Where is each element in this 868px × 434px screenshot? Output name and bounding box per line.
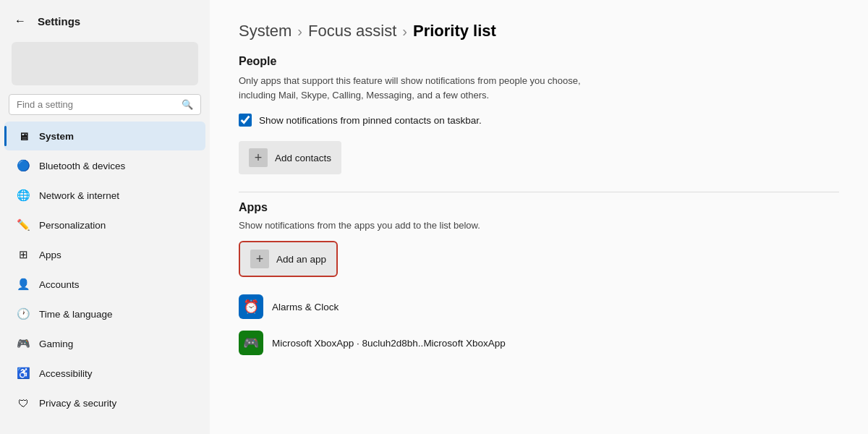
app-row-0: ⏰ Alarms & Clock — [239, 289, 839, 325]
sidebar-item-label-system: System — [39, 131, 74, 142]
time-icon: 🕐 — [16, 307, 30, 321]
sidebar-item-label-time: Time & language — [39, 309, 113, 320]
sidebar-item-accounts[interactable]: 👤 Accounts — [4, 270, 205, 299]
add-contacts-label: Add contacts — [275, 153, 331, 163]
nav-list: 🖥 System 🔵 Bluetooth & devices 🌐 Network… — [0, 121, 210, 418]
sidebar-title: Settings — [38, 15, 80, 27]
app-name-1: Microsoft XboxApp · 8ucluh2d8bh..Microso… — [272, 338, 506, 349]
checkbox-row: Show notifications from pinned contacts … — [239, 114, 839, 127]
breadcrumb: System › Focus assist › Priority list — [239, 22, 839, 41]
sidebar-header: ← Settings — [0, 0, 210, 36]
gaming-icon: 🎮 — [16, 336, 30, 351]
add-app-button[interactable]: + Add an app — [239, 241, 338, 277]
sidebar-item-gaming[interactable]: 🎮 Gaming — [4, 329, 205, 358]
apps-section-title: Apps — [239, 201, 839, 214]
breadcrumb-focus-assist[interactable]: Focus assist — [308, 22, 396, 41]
breadcrumb-sep-1: › — [297, 23, 302, 40]
system-icon: 🖥 — [16, 129, 30, 143]
sidebar-item-label-network: Network & internet — [39, 190, 119, 201]
main-content: System › Focus assist › Priority list Pe… — [210, 0, 868, 434]
sidebar-item-system[interactable]: 🖥 System — [4, 122, 205, 150]
app-name-0: Alarms & Clock — [272, 302, 339, 312]
sidebar-item-network[interactable]: 🌐 Network & internet — [4, 181, 205, 210]
sidebar-item-label-gaming: Gaming — [39, 339, 73, 349]
sidebar-item-time[interactable]: 🕐 Time & language — [4, 299, 205, 328]
sidebar-item-label-accessibility: Accessibility — [39, 368, 93, 379]
sidebar-item-personalization[interactable]: ✏️ Personalization — [4, 210, 205, 239]
plus-icon: + — [249, 148, 268, 167]
sidebar-item-privacy[interactable]: 🛡 Privacy & security — [4, 388, 205, 417]
breadcrumb-priority-list: Priority list — [413, 22, 496, 41]
avatar-placeholder — [12, 42, 198, 85]
sidebar-item-label-privacy: Privacy & security — [39, 398, 116, 409]
sidebar-item-label-bluetooth: Bluetooth & devices — [39, 161, 125, 171]
network-icon: 🌐 — [16, 188, 30, 203]
app-icon-1: 🎮 — [239, 331, 263, 355]
people-section-title: People — [239, 55, 839, 68]
privacy-icon: 🛡 — [16, 396, 30, 410]
bluetooth-icon: 🔵 — [16, 158, 30, 173]
apps-section-desc: Show notifications from the apps you add… — [239, 220, 839, 231]
checkbox-label: Show notifications from pinned contacts … — [259, 115, 482, 126]
sidebar-item-label-accounts: Accounts — [39, 279, 80, 290]
search-icon: 🔍 — [182, 99, 193, 110]
people-section-desc: Only apps that support this feature will… — [239, 74, 615, 102]
pinned-contacts-checkbox[interactable] — [239, 114, 252, 127]
sidebar-item-bluetooth[interactable]: 🔵 Bluetooth & devices — [4, 151, 205, 180]
app-icon-0: ⏰ — [239, 294, 263, 319]
app-list: ⏰ Alarms & Clock 🎮 Microsoft XboxApp · 8… — [239, 289, 839, 361]
breadcrumb-system[interactable]: System — [239, 22, 292, 41]
add-app-label: Add an app — [276, 254, 326, 265]
sidebar-item-accessibility[interactable]: ♿ Accessibility — [4, 359, 205, 388]
section-divider — [239, 192, 839, 192]
sidebar-item-label-apps: Apps — [39, 250, 61, 260]
personalization-icon: ✏️ — [16, 218, 30, 232]
accounts-icon: 👤 — [16, 277, 30, 292]
accessibility-icon: ♿ — [16, 366, 30, 380]
sidebar-item-label-personalization: Personalization — [39, 220, 106, 231]
add-app-plus-icon: + — [250, 250, 269, 268]
search-input[interactable] — [17, 99, 176, 110]
app-row-1: 🎮 Microsoft XboxApp · 8ucluh2d8bh..Micro… — [239, 325, 839, 361]
sidebar: ← Settings 🔍 🖥 System 🔵 Bluetooth & devi… — [0, 0, 210, 434]
sidebar-item-apps[interactable]: ⊞ Apps — [4, 240, 205, 269]
search-box[interactable]: 🔍 — [9, 94, 201, 115]
breadcrumb-sep-2: › — [402, 23, 407, 40]
apps-icon: ⊞ — [16, 247, 30, 262]
add-contacts-button[interactable]: + Add contacts — [239, 141, 341, 174]
back-button[interactable]: ← — [12, 12, 29, 30]
